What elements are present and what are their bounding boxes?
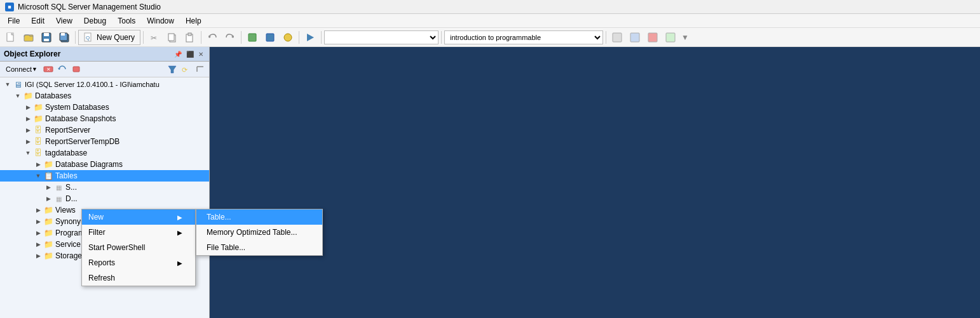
- rstempdb-label: ReportServerTempDB: [45, 137, 119, 146]
- rstempdb-expander: ▶: [23, 138, 33, 145]
- toolbar-undo-btn[interactable]: [204, 30, 221, 44]
- tree-server-node[interactable]: ▼ 🖥 IGI (SQL Server 12.0.4100.1 - IGI\ia…: [0, 79, 209, 90]
- tree-databases[interactable]: ▼ 📁 Databases: [0, 90, 209, 102]
- toolbar-sep-5: [299, 31, 299, 44]
- tree-tables[interactable]: ▼ 📋 Tables: [0, 170, 209, 182]
- sub-ctx-table-label: Table...: [207, 213, 231, 222]
- tree-system-dbs[interactable]: ▶ 📁 System Databases: [0, 102, 209, 113]
- views-label: Views: [55, 206, 76, 215]
- system-dbs-label: System Databases: [45, 103, 109, 112]
- tree-table-d[interactable]: ▶ ▦ D...: [0, 193, 209, 204]
- menu-view[interactable]: View: [51, 15, 78, 27]
- oe-toolbar: Connect ▼ ✕ ⟳: [0, 62, 209, 77]
- connection-dropdown[interactable]: introduction to programmable: [444, 30, 603, 44]
- toolbar-save-btn[interactable]: [38, 30, 55, 44]
- svg-rect-22: [666, 33, 675, 42]
- oe-stop-btn[interactable]: [70, 63, 83, 75]
- pin-icon[interactable]: 📌: [172, 50, 184, 58]
- menu-file[interactable]: File: [3, 15, 25, 27]
- toolbar-copy-btn[interactable]: [164, 30, 180, 44]
- sub-ctx-memory-table[interactable]: Memory Optimized Table...: [196, 225, 322, 240]
- ctx-refresh[interactable]: Refresh: [82, 270, 195, 286]
- tree-db-diagrams[interactable]: ▶ 📁 Database Diagrams: [0, 159, 209, 170]
- toolbar: Q New Query ✂ introduction to programmab…: [0, 28, 980, 47]
- menu-bar: File Edit View Debug Tools Window Help: [0, 14, 980, 28]
- app-title: Microsoft SQL Server Management Studio: [18, 3, 161, 11]
- connect-label: Connect: [6, 65, 32, 73]
- prog-expander: ▶: [33, 230, 43, 236]
- svg-rect-14: [188, 33, 191, 36]
- ctx-reports-label: Reports: [88, 258, 115, 267]
- oe-disconnect-btn[interactable]: ✕: [42, 63, 55, 75]
- svg-point-17: [284, 34, 292, 41]
- tagdb-icon: 🗄: [33, 149, 43, 157]
- misc-icon-b: [630, 32, 640, 43]
- diagrams-icon: 📁: [43, 160, 53, 169]
- toolbar-run-btn[interactable]: [302, 30, 318, 44]
- ctx-filter[interactable]: Filter ▶: [82, 225, 195, 240]
- synonyms-icon: 📁: [43, 217, 53, 226]
- views-icon: 📁: [43, 206, 53, 215]
- ctx-new[interactable]: New ▶: [82, 209, 195, 225]
- ctx-filter-label: Filter: [88, 228, 105, 237]
- ctx-reports[interactable]: Reports ▶: [82, 255, 195, 270]
- stop-icon: [71, 65, 81, 74]
- menu-tools[interactable]: Tools: [112, 15, 140, 27]
- tree-reportserver[interactable]: ▶ 🗄 ReportServer: [0, 124, 209, 136]
- tree-db-snapshots[interactable]: ▶ 📁 Database Snapshots: [0, 113, 209, 124]
- oe-collapse-btn[interactable]: [194, 63, 207, 75]
- menu-edit[interactable]: Edit: [26, 15, 50, 27]
- storage-label: Storage: [55, 251, 82, 260]
- toolbar-btn-a[interactable]: [609, 30, 625, 44]
- oe-refresh-obj-btn[interactable]: [56, 63, 69, 75]
- float-icon[interactable]: ⬛: [186, 51, 194, 58]
- toolbar-redo-btn[interactable]: [222, 30, 238, 44]
- menu-help[interactable]: Help: [180, 15, 207, 27]
- rs-icon: 🗄: [33, 126, 43, 135]
- sub-ctx-file-table-label: File Table...: [207, 243, 245, 252]
- system-dbs-icon: 📁: [33, 103, 43, 112]
- toolbar-cut-btn[interactable]: ✂: [146, 30, 163, 44]
- connect-dropdown-arrow: ▼: [32, 66, 37, 72]
- tables-label: Tables: [55, 171, 78, 180]
- views-expander: ▶: [33, 207, 43, 213]
- ctx-start-powershell[interactable]: Start PowerShell: [82, 240, 195, 255]
- rs-label: ReportServer: [45, 126, 90, 135]
- toolbar-btn-7[interactable]: [280, 30, 296, 44]
- tagdb-expander: ▼: [23, 150, 33, 156]
- database-dropdown[interactable]: [324, 30, 439, 44]
- new-query-button[interactable]: Q New Query: [78, 30, 140, 45]
- svg-rect-19: [613, 33, 622, 42]
- sub-ctx-file-table[interactable]: File Table...: [196, 240, 322, 255]
- cut-icon: ✂: [149, 32, 160, 43]
- toolbar-btn-c[interactable]: [644, 30, 661, 44]
- close-panel-icon[interactable]: ✕: [196, 50, 205, 58]
- storage-expander: ▶: [33, 253, 43, 259]
- misc-icon-d: [665, 32, 676, 43]
- tree-table-s[interactable]: ▶ ▦ S...: [0, 182, 209, 193]
- toolbar-btn-d[interactable]: [662, 30, 679, 44]
- oe-header-icons: 📌 ⬛ ✕: [172, 50, 205, 58]
- toolbar-sep-8: [606, 31, 606, 44]
- toolbar-new-btn[interactable]: [3, 30, 19, 44]
- toolbar-btn-5[interactable]: [244, 30, 261, 44]
- toolbar-open-btn[interactable]: [20, 30, 37, 44]
- menu-debug[interactable]: Debug: [79, 15, 111, 27]
- ctx-new-arrow: ▶: [177, 214, 182, 221]
- toolbar-paste-btn[interactable]: [182, 30, 198, 44]
- svg-text:⟳: ⟳: [182, 66, 187, 74]
- run-icon: [305, 32, 315, 43]
- oe-connect-btn[interactable]: Connect ▼: [3, 63, 41, 75]
- object-explorer-panel: Object Explorer 📌 ⬛ ✕ Connect ▼ ✕: [0, 47, 210, 318]
- toolbar-btn-6[interactable]: [262, 30, 278, 44]
- toolbar-sep-7: [441, 31, 442, 44]
- svg-marker-26: [168, 66, 176, 73]
- toolbar-btn-b[interactable]: [627, 30, 643, 44]
- menu-window[interactable]: Window: [142, 15, 179, 27]
- sub-ctx-table[interactable]: Table...: [196, 209, 322, 225]
- tree-tagdatabase[interactable]: ▼ 🗄 tagdatabase: [0, 147, 209, 159]
- oe-sync-btn[interactable]: ⟳: [180, 63, 193, 75]
- oe-filter-btn[interactable]: [166, 63, 179, 75]
- tree-reportserver-tempdb[interactable]: ▶ 🗄 ReportServerTempDB: [0, 136, 209, 147]
- toolbar-save-all-btn[interactable]: [56, 30, 72, 44]
